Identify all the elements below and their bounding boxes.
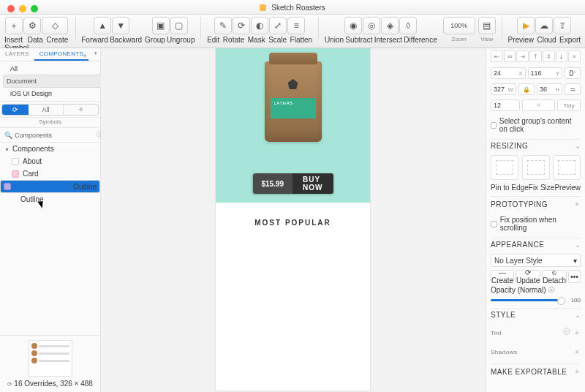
- components-search[interactable]: 🔍 Components ⓧ: [0, 128, 100, 143]
- align-left-button[interactable]: ⇤: [491, 50, 503, 62]
- subtract-label: Subtract: [345, 36, 372, 44]
- flip-h-icon[interactable]: ⇋: [565, 83, 581, 95]
- w-field[interactable]: W: [491, 83, 516, 95]
- zoom-window-icon[interactable]: [31, 5, 38, 12]
- filter-ios[interactable]: iOS UI Design: [3, 88, 97, 99]
- swatch-icon: [4, 183, 11, 190]
- insert-button[interactable]: ＋: [5, 17, 23, 34]
- distribute-button[interactable]: ≡: [568, 50, 581, 62]
- layer-style-select[interactable]: No Layer Style▾: [491, 254, 581, 267]
- radius-mode-icon[interactable]: ⌗: [522, 99, 555, 111]
- group-button[interactable]: ▣: [152, 17, 170, 34]
- zoom-field[interactable]: 100%: [443, 17, 475, 34]
- swatch-icon: [12, 158, 19, 165]
- buy-now-button[interactable]: BUY NOW: [292, 173, 333, 194]
- h-field[interactable]: H: [537, 83, 562, 95]
- style-more-button[interactable]: •••: [568, 270, 581, 283]
- x-field[interactable]: X: [491, 67, 526, 79]
- chevron-down-icon[interactable]: ⌄: [575, 241, 581, 249]
- rotate-button[interactable]: ⟳: [233, 17, 250, 34]
- exportable-header: MAKE EXPORTABLE: [491, 368, 567, 376]
- fix-size-control[interactable]: [522, 155, 550, 180]
- plus-icon[interactable]: ＋: [573, 199, 581, 209]
- edit-button[interactable]: ✎: [214, 17, 232, 34]
- subtract-button[interactable]: ◎: [363, 17, 380, 34]
- zoom-label: Zoom: [452, 36, 467, 42]
- symbol-seg-sync-icon[interactable]: ⟳: [2, 105, 29, 115]
- mask-button[interactable]: ◐: [251, 17, 268, 34]
- plus-icon[interactable]: ＋: [573, 328, 581, 336]
- artboard[interactable]: LAYERS $15.99 BUY NOW MOST POPULAR: [216, 48, 370, 391]
- style-detach-button[interactable]: ⎋Detach: [542, 270, 567, 283]
- filter-all[interactable]: All: [3, 64, 97, 74]
- canvas[interactable]: LAYERS $15.99 BUY NOW MOST POPULAR: [101, 48, 486, 392]
- difference-button[interactable]: ◊: [399, 17, 417, 34]
- search-icon: 🔍: [4, 132, 12, 139]
- fix-position-checkbox[interactable]: Fix position when scrolling: [491, 214, 581, 233]
- symbol-seg-all[interactable]: All: [29, 105, 64, 115]
- data-button[interactable]: ⚙: [23, 17, 41, 34]
- plus-icon[interactable]: ＋: [573, 347, 581, 357]
- add-page-icon[interactable]: ＋: [81, 50, 88, 61]
- view-button[interactable]: ▤: [478, 17, 496, 34]
- corner-radius-field[interactable]: [491, 99, 520, 111]
- intersect-button[interactable]: ◈: [381, 17, 399, 34]
- ungroup-button[interactable]: ▢: [170, 17, 188, 34]
- select-contents-label: Select group's content on click: [499, 117, 581, 133]
- align-right-button[interactable]: ⇥: [516, 50, 529, 62]
- cloud-button[interactable]: ☁: [535, 17, 553, 34]
- preview-thumbnail[interactable]: [29, 340, 72, 377]
- rotation-field[interactable]: 0°: [565, 67, 581, 79]
- tidy-button[interactable]: Tidy: [557, 99, 581, 111]
- rotate-label: Rotate: [223, 36, 244, 44]
- style-create-button[interactable]: —Create: [491, 270, 514, 283]
- union-button[interactable]: ◉: [344, 17, 362, 34]
- mask-label: Mask: [248, 36, 265, 44]
- components-header-label: Components: [12, 145, 54, 153]
- search-input[interactable]: Components: [15, 132, 97, 139]
- y-field[interactable]: Y: [528, 67, 563, 79]
- align-bottom-button[interactable]: ⤓: [556, 50, 568, 62]
- preview-button[interactable]: ▶: [517, 17, 535, 34]
- plus-icon[interactable]: ＋: [573, 366, 581, 377]
- create-symbol-button[interactable]: ◇: [42, 17, 68, 34]
- component-about[interactable]: About: [0, 155, 100, 167]
- intersect-label: Intersect: [374, 36, 402, 44]
- chevron-down-icon[interactable]: ⌄: [575, 311, 581, 319]
- component-outline[interactable]: Outline: [0, 180, 100, 193]
- lock-aspect-icon[interactable]: 🔒: [518, 83, 535, 95]
- pin-edge-label: Pin to Edge: [491, 184, 529, 192]
- component-outline-child[interactable]: Outline: [0, 193, 100, 206]
- export-button[interactable]: ⇪: [554, 17, 571, 34]
- filter-document[interactable]: Document: [3, 75, 103, 88]
- align-hcenter-button[interactable]: ⇔: [504, 50, 516, 62]
- close-window-icon[interactable]: [7, 5, 15, 12]
- component-card[interactable]: Card: [0, 167, 100, 180]
- tab-layers[interactable]: LAYERS: [0, 48, 34, 61]
- align-vcenter-button[interactable]: ⇕: [543, 50, 555, 62]
- forward-label: Forward: [81, 36, 108, 44]
- style-update-button[interactable]: ⟳Update: [516, 270, 540, 283]
- resizing-header: RESIZING: [491, 142, 528, 150]
- minimize-window-icon[interactable]: [19, 5, 26, 12]
- flatten-button[interactable]: ≡: [287, 17, 305, 34]
- pin-edges-control[interactable]: [491, 155, 518, 180]
- export-label: Export: [559, 36, 581, 44]
- components-group-header[interactable]: ▼Components: [0, 143, 100, 155]
- chevron-down-icon[interactable]: ⌄: [575, 142, 581, 150]
- tint-swatch[interactable]: [563, 328, 570, 335]
- window-controls[interactable]: [7, 5, 38, 12]
- opacity-slider[interactable]: 100: [491, 297, 581, 304]
- price-label: $15.99: [252, 173, 292, 194]
- forward-button[interactable]: ▲: [94, 17, 111, 34]
- cursor-icon: [39, 200, 47, 208]
- tab-components[interactable]: COMPONENTS: [34, 48, 88, 61]
- symbol-seg-bell-icon[interactable]: ✧: [64, 105, 98, 115]
- inspector: ⇤ ⇔ ⇥ ⤒ ⇕ ⤓ ≡ X Y 0° W 🔒 H ⇋ ⌗ Tidy Sele…: [486, 48, 585, 392]
- select-contents-checkbox[interactable]: Select group's content on click: [491, 116, 581, 135]
- symbol-filter-segment[interactable]: ⟳ All ✧: [1, 104, 99, 116]
- backward-button[interactable]: ▼: [112, 17, 129, 34]
- pages-dropdown-icon[interactable]: ▾: [94, 50, 97, 56]
- align-top-button[interactable]: ⤒: [529, 50, 542, 62]
- scale-button[interactable]: ⤢: [269, 17, 287, 34]
